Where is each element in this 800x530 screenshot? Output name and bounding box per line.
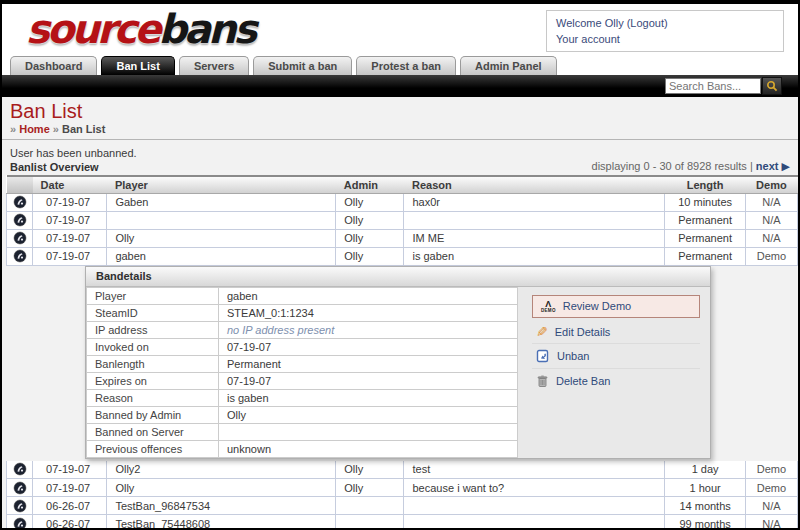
nav-tab[interactable]: Dashboard (10, 56, 97, 75)
demo-cell[interactable]: N/A (762, 196, 780, 208)
ban-row[interactable]: 07-19-07 Olly Permanent N/A (7, 211, 798, 229)
length-cell: Permanent (665, 247, 745, 265)
demo-icon: Λ DEMO (541, 300, 556, 314)
date-cell: 07-19-07 (33, 479, 107, 497)
col-header-icon (7, 176, 33, 193)
admin-cell: Olly (336, 479, 404, 497)
unban-button[interactable]: Unban (532, 344, 700, 369)
detail-field-value: Olly (219, 406, 518, 423)
ban-details-fields: Player gaben SteamID STEAM_0:1:1234 IP a… (86, 287, 518, 458)
game-icon (13, 249, 27, 263)
demo-cell[interactable]: Demo (757, 463, 786, 475)
reason-cell: hax0r (404, 193, 665, 211)
detail-field-row: Previous offences unknown (87, 440, 518, 457)
breadcrumb-home-link[interactable]: Home (19, 123, 50, 135)
ban-row[interactable]: 06-26-07 TestBan_75448608 99 months N/A (7, 515, 798, 529)
ban-row[interactable]: 06-26-07 TestBan_96847534 14 months N/A (7, 497, 798, 515)
title-block: Ban List » Home » Ban List (2, 97, 798, 140)
nav-tab-label: Submit a ban (268, 60, 337, 72)
nav-tab[interactable]: Admin Panel (460, 56, 557, 75)
col-header-reason: Reason (404, 176, 665, 193)
next-page-link[interactable]: next (756, 160, 779, 172)
game-icon-cell (7, 497, 33, 515)
game-icon-cell (7, 247, 33, 265)
search-button[interactable] (762, 77, 782, 95)
demo-cell[interactable]: N/A (762, 232, 780, 244)
nav-tab[interactable]: Protest a ban (356, 56, 456, 75)
nav-tab-label: Dashboard (25, 60, 82, 72)
demo-cell[interactable]: Demo (757, 250, 786, 262)
edit-details-button[interactable]: ✎ Edit Details (532, 321, 700, 344)
detail-field-row: IP address no IP address present (87, 321, 518, 338)
col-header-date: Date (33, 176, 107, 193)
admin-cell: Olly (336, 193, 404, 211)
review-demo-label: Review Demo (563, 300, 631, 312)
reason-cell (404, 515, 665, 529)
demo-cell[interactable]: N/A (762, 214, 780, 226)
detail-field-label: SteamID (87, 304, 219, 321)
player-cell: Gaben (107, 193, 336, 211)
sourcebans-page: sourcebans Welcome Olly (Logout) Your ac… (0, 0, 800, 530)
length-cell: 99 months (665, 515, 745, 529)
nav-tab[interactable]: Servers (179, 56, 249, 75)
detail-field-value (219, 423, 518, 440)
reason-cell (404, 497, 665, 515)
next-arrow-icon[interactable]: ▶ (782, 160, 790, 172)
game-icon-cell (7, 479, 33, 497)
demo-cell[interactable]: Demo (757, 482, 786, 494)
toolbar (2, 75, 798, 97)
ban-table-top: Date Player Admin Reason Length Demo (6, 175, 798, 266)
ban-row[interactable]: 07-19-07 gaben Olly is gaben Permanent D… (7, 247, 798, 265)
welcome-text: Welcome Olly (556, 17, 627, 29)
unban-icon (536, 349, 550, 363)
detail-field-label: Banned on Server (87, 423, 219, 440)
ban-actions: Λ DEMO Review Demo ✎ Edit Details (518, 287, 710, 458)
magnifier-icon (766, 80, 778, 92)
demo-cell[interactable]: N/A (762, 518, 780, 529)
unban-label: Unban (557, 350, 589, 362)
admin-cell: Olly (336, 211, 404, 229)
delete-ban-button[interactable]: Delete Ban (532, 369, 700, 393)
detail-field-row: Expires on 07-19-07 (87, 372, 518, 389)
edit-details-label: Edit Details (555, 326, 611, 338)
ban-row[interactable]: 07-19-07 Gaben Olly hax0r 10 minutes N/A (7, 193, 798, 211)
delete-ban-label: Delete Ban (556, 375, 610, 387)
admin-cell (336, 497, 404, 515)
your-account-link[interactable]: Your account (556, 33, 620, 45)
search-input[interactable] (665, 78, 761, 94)
game-icon-cell (7, 211, 33, 229)
detail-field-value: 07-19-07 (219, 338, 518, 355)
detail-field-label: Player (87, 287, 219, 304)
player-cell: gaben (107, 247, 336, 265)
length-cell: 10 minutes (665, 193, 745, 211)
detail-field-label: Previous offences (87, 440, 219, 457)
breadcrumb-sep: » (53, 123, 59, 135)
detail-field-row: Player gaben (87, 287, 518, 304)
col-header-length: Length (665, 176, 745, 193)
detail-field-label: Banned by Admin (87, 406, 219, 423)
ban-table-bottom: 07-19-07 Olly2 Olly test 1 day Demo (6, 461, 798, 529)
logo-source: source (26, 6, 158, 52)
player-cell: TestBan_75448608 (107, 515, 336, 529)
pagination: displaying 0 - 30 of 8928 results | next… (592, 160, 790, 173)
trash-icon (536, 374, 549, 388)
detail-field-row: Reason is gaben (87, 389, 518, 406)
nav-tab[interactable]: Submit a ban (253, 56, 352, 75)
reason-cell: because i want to? (404, 479, 665, 497)
ban-row[interactable]: 07-19-07 Olly2 Olly test 1 day Demo (7, 461, 798, 479)
review-demo-button[interactable]: Λ DEMO Review Demo (532, 295, 700, 319)
player-cell: Olly2 (107, 461, 336, 479)
length-cell: 1 day (665, 461, 745, 479)
col-header-player: Player (107, 176, 336, 193)
logout-link[interactable]: (Logout) (627, 17, 668, 29)
demo-cell[interactable]: N/A (762, 500, 780, 512)
game-icon (13, 481, 27, 495)
reason-cell: is gaben (404, 247, 665, 265)
reason-cell: test (404, 461, 665, 479)
nav-tab[interactable]: Ban List (101, 56, 174, 75)
breadcrumb: » Home » Ban List (10, 122, 790, 139)
ban-row[interactable]: 07-19-07 Olly Olly because i want to? 1 … (7, 479, 798, 497)
detail-field-value: unknown (219, 440, 518, 457)
col-header-admin: Admin (336, 176, 404, 193)
ban-row[interactable]: 07-19-07 Olly Olly IM ME Permanent N/A (7, 229, 798, 247)
